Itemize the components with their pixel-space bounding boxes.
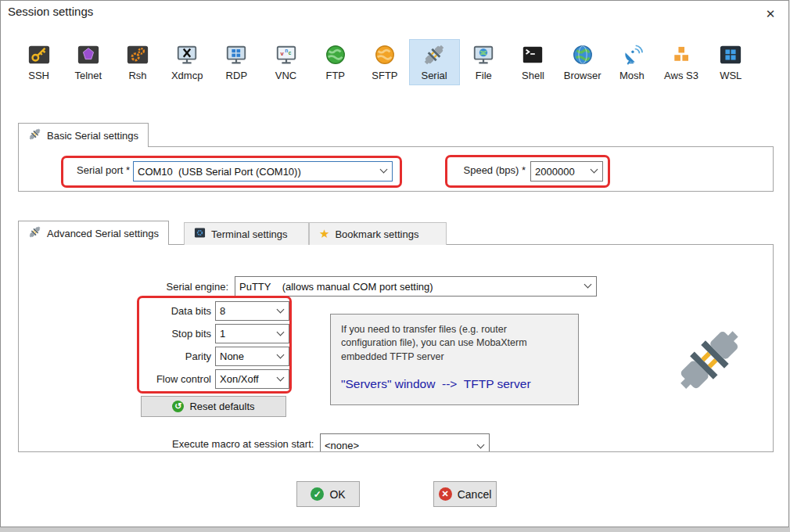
serial-engine-label: Serial engine: [136,281,228,293]
monitor-windows-icon [224,42,249,67]
speed-combobox[interactable]: 2000000 [530,161,603,182]
macro-value: <none> [325,440,359,451]
close-icon[interactable]: ✕ [760,5,781,23]
session-type-ssh[interactable]: SSH [14,40,63,84]
session-type-label: Rsh [128,70,146,81]
reset-defaults-button[interactable]: ↺ Reset defaults [141,396,286,417]
svg-text:n: n [285,48,288,53]
tab-advanced-serial-settings[interactable]: Advanced Serial settings [18,221,169,245]
session-type-rsh[interactable]: Rsh [113,40,162,84]
session-type-sftp[interactable]: SFTP [360,40,409,84]
stop-bits-combobox[interactable]: 1 [215,324,289,343]
session-type-xdmcp[interactable]: Xdmcp [163,40,212,84]
session-type-label: FTP [325,70,345,81]
session-type-label: Shell [522,70,544,81]
data-bits-combobox[interactable]: 8 [215,301,289,321]
macro-combobox[interactable]: <none> [320,433,490,452]
monitor-vnc-icon: vnc [274,42,299,67]
tab-basic-serial-settings[interactable]: Basic Serial settings [18,123,149,147]
ok-check-icon: ✓ [311,487,324,501]
session-type-browser[interactable]: Browser [558,40,607,84]
session-type-shell[interactable]: Shell [508,40,558,84]
session-type-label: Mosh [619,70,645,81]
monitor-x-icon [174,42,199,67]
session-type-serial[interactable]: Serial [410,40,459,84]
cancel-label: Cancel [458,488,492,501]
key-icon [27,42,52,67]
terminal-settings-icon [194,227,206,241]
chevron-down-icon [591,166,598,174]
session-type-label: VNC [275,70,296,81]
session-type-label: SFTP [372,70,397,81]
star-icon: ★ [319,227,329,241]
chevron-down-icon [380,166,388,174]
session-type-label: Browser [564,70,601,81]
tab-label: Terminal settings [211,228,288,240]
session-type-label: Aws S3 [664,70,698,81]
tftp-info-box: If you need to transfer files (e.g. rout… [330,314,579,405]
cubes-icon [669,42,694,67]
session-type-label: File [476,70,492,81]
session-type-wsl[interactable]: WSL [706,40,756,84]
gem-icon [76,42,101,67]
macro-label: Execute macro at session start: [172,438,314,450]
plug-illustration [664,311,758,408]
stop-bits-value: 1 [220,328,225,340]
stop-bits-label: Stop bits [89,328,211,340]
ok-label: OK [329,488,345,501]
plug-icon [28,225,41,241]
session-type-rdp[interactable]: RDP [212,40,261,84]
background-strip [0,527,790,532]
serial-engine-value: PuTTY (allows manual COM port setting) [239,281,433,293]
session-type-telnet[interactable]: Telnet [63,40,113,84]
tab-label: Advanced Serial settings [47,228,159,239]
chevron-down-icon [277,373,285,381]
svg-text:c: c [288,50,291,56]
ok-button[interactable]: ✓ OK [296,481,360,507]
chevron-down-icon [277,328,285,336]
tftp-info-text: If you need to transfer files (e.g. rout… [341,323,551,364]
chevron-down-icon [277,305,285,313]
plug-icon [28,128,41,143]
session-settings-dialog: Session settings ✕ SSH Telnet Rsh Xd [0,0,789,527]
satellite-icon [619,42,645,67]
serial-port-combobox[interactable]: COM10 (USB Serial Port (COM10)) [133,161,393,182]
session-type-label: SSH [28,70,49,81]
terminal-icon [520,42,545,67]
tab-bookmark-settings[interactable]: ★ Bookmark settings [309,222,447,245]
cancel-button[interactable]: ✕ Cancel [433,481,497,507]
tab-terminal-settings[interactable]: Terminal settings [184,222,309,245]
session-type-vnc[interactable]: vnc VNC [261,40,311,84]
session-type-ftp[interactable]: FTP [311,40,360,84]
session-type-awss3[interactable]: Aws S3 [656,40,706,84]
globe-orange-icon [372,42,397,67]
reset-icon: ↺ [172,401,184,412]
speed-value: 2000000 [535,166,575,178]
serial-port-label: Serial port * [66,164,130,176]
session-type-label: RDP [226,70,247,81]
tab-label: Basic Serial settings [47,130,138,142]
data-bits-value: 8 [220,305,225,317]
chevron-down-icon [584,281,592,289]
globe-green-icon [323,42,348,67]
serial-port-value: COM10 (USB Serial Port (COM10)) [138,166,301,178]
parity-combobox[interactable]: None [215,347,289,366]
tftp-info-link: "Servers" window --> TFTP server [341,377,568,391]
globe-blue-icon [570,42,595,67]
windows-dark-icon [718,42,743,67]
serial-engine-combobox[interactable]: PuTTY (allows manual COM port setting) [235,276,597,297]
session-type-label: Telnet [74,70,102,81]
parity-value: None [220,350,244,362]
dialog-title: Session settings [8,5,93,18]
flow-control-label: Flow control [89,373,211,385]
tab-label: Bookmark settings [335,228,418,240]
advanced-serial-panel: Serial engine: PuTTY (allows manual COM … [18,244,774,452]
session-type-mosh[interactable]: Mosh [607,40,656,84]
flow-control-value: Xon/Xoff [220,373,259,385]
chevron-down-icon [477,441,485,449]
flow-control-combobox[interactable]: Xon/Xoff [215,369,289,389]
chevron-down-icon [277,350,285,358]
session-type-label: WSL [720,70,742,81]
session-type-file[interactable]: File [459,40,508,84]
session-type-label: Xdmcp [171,70,203,81]
